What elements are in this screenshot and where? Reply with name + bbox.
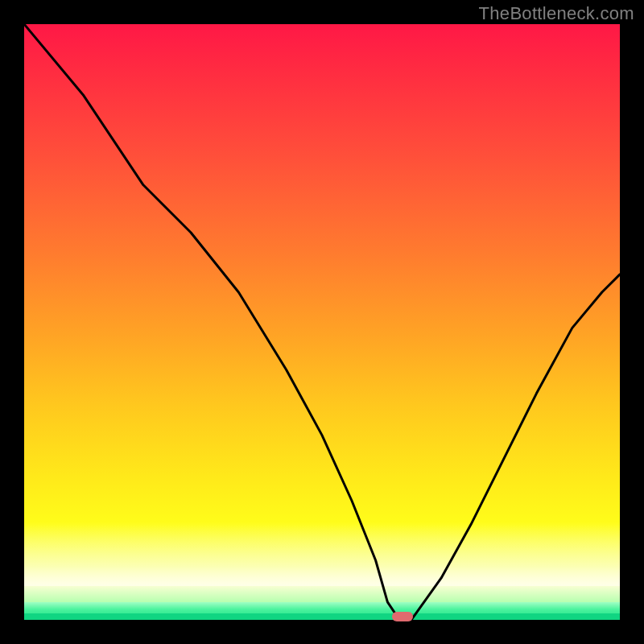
attribution-text: TheBottleneck.com [479,3,634,24]
curve-svg [24,24,620,620]
bottleneck-curve [24,24,620,620]
plot-area [24,24,620,620]
chart-frame: TheBottleneck.com [0,0,644,644]
optimal-marker [392,612,413,621]
